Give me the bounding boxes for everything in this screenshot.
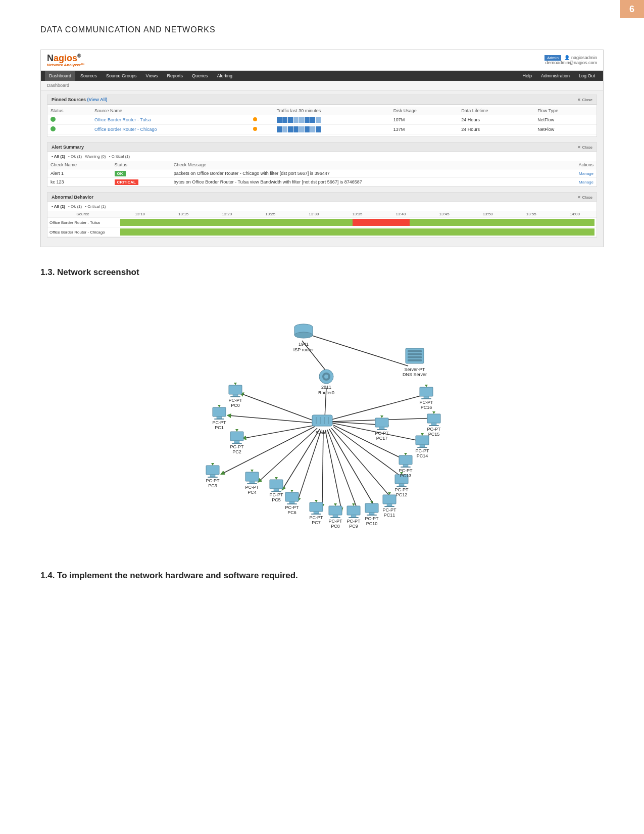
pc1-label: PC-PT <box>212 420 226 425</box>
abnormal-behavior-close[interactable]: ✕ Close <box>577 195 592 200</box>
pc2-label2: PC2 <box>232 449 241 454</box>
nav-dashboard[interactable]: Dashboard <box>45 71 75 81</box>
source-cell: Office Border Router - Tulsa <box>47 218 118 227</box>
nav-queries[interactable]: Queries <box>188 71 212 81</box>
disk-cell: 107M <box>390 115 459 125</box>
dot-cell <box>250 115 273 125</box>
router0-label: 2811 <box>321 385 331 390</box>
pc10-label2: PC10 <box>366 521 377 526</box>
svg-rect-69 <box>399 484 404 486</box>
alert-summary-close[interactable]: ✕ Close <box>577 145 592 150</box>
svg-rect-86 <box>421 398 431 399</box>
status-cell <box>47 115 91 125</box>
status-cell: CRITICAL <box>112 178 171 187</box>
nagios-user-info: Admin 👤 nagiosadmin demoadmin@nagios.com <box>544 55 597 65</box>
nav-alerting[interactable]: Alerting <box>213 71 236 81</box>
abnormal-behavior-panel: Abnormal Behavior ✕ Close • All (2) • Ok… <box>47 192 597 238</box>
filter-critical[interactable]: • Critical (1) <box>85 204 106 209</box>
svg-rect-60 <box>365 503 378 513</box>
alert-filter-bar: • All (2) • Ok (1) Warning (0) • Critica… <box>47 152 597 161</box>
svg-rect-72 <box>399 455 412 465</box>
pc3-icon <box>206 463 219 478</box>
pc6-icon <box>285 490 299 504</box>
svg-rect-58 <box>349 517 359 518</box>
svg-marker-23 <box>234 383 237 385</box>
traffic-blocks <box>277 117 387 123</box>
user-email: demoadmin@nagios.com <box>546 60 597 65</box>
isp-router-label: 1941 <box>298 342 308 347</box>
pc7-label: PC-PT <box>309 515 323 520</box>
pinned-sources-header: Pinned Sources (View All) ✕ Close <box>47 95 597 105</box>
status-critical-badge: CRITICAL <box>115 179 138 185</box>
col-status: Status <box>112 161 171 169</box>
pc17-icon <box>375 415 388 430</box>
message-cell: bytes on Office Border Router - Tulsa vi… <box>171 178 555 187</box>
filter-all[interactable]: • All (2) <box>52 204 65 209</box>
pc7-icon <box>310 500 323 515</box>
pc0-label: PC-PT <box>228 398 242 403</box>
nagios-logo: Nagios® Network Analyzer™ <box>47 53 85 67</box>
source-link[interactable]: Office Border Router - Chicago <box>94 127 157 132</box>
nav-help[interactable]: Help <box>518 71 536 81</box>
col-check-message: Check Message <box>171 161 555 169</box>
page-title: DATA COMMUNICATION AND NETWORKS <box>40 25 604 34</box>
pc4-icon <box>245 470 259 484</box>
svg-rect-76 <box>416 436 429 445</box>
svg-rect-29 <box>234 441 239 443</box>
nav-reports[interactable]: Reports <box>163 71 187 81</box>
svg-rect-24 <box>213 407 226 416</box>
status-cell: OK <box>112 169 171 178</box>
manage-link[interactable]: Manage <box>579 180 593 184</box>
svg-rect-37 <box>250 481 255 483</box>
traffic-block <box>305 117 310 123</box>
pc4-label2: PC4 <box>247 490 257 495</box>
traffic-block <box>288 117 293 123</box>
svg-rect-26 <box>214 419 224 420</box>
flowtype-cell: NetFlow <box>534 125 597 134</box>
nagios-subtitle: Network Analyzer™ <box>47 63 85 67</box>
alert-summary-table: Check Name Status Check Message Actions … <box>47 161 597 187</box>
traffic-block <box>299 126 304 132</box>
col-empty <box>250 107 273 115</box>
svg-rect-28 <box>230 432 243 441</box>
filter-warning[interactable]: Warning (0) <box>85 154 106 159</box>
source-name-cell: Office Border Router - Tulsa <box>91 115 250 125</box>
svg-rect-80 <box>427 414 440 423</box>
pc16-label: PC-PT <box>419 400 433 405</box>
source-link[interactable]: Office Border Router - Tulsa <box>94 117 151 122</box>
connection-line <box>322 430 323 506</box>
col-1335: 13:35 <box>335 211 379 218</box>
pc15-label2: PC15 <box>428 432 439 437</box>
filter-critical[interactable]: • Critical (1) <box>109 154 130 159</box>
filter-ok[interactable]: • Ok (1) <box>68 204 82 209</box>
dns-server-icon <box>406 348 424 363</box>
alert-summary-title: Alert Summary <box>52 145 84 150</box>
pc7-label2: PC7 <box>312 520 321 525</box>
nav-source-groups[interactable]: Source Groups <box>102 71 141 81</box>
nav-views[interactable]: Views <box>142 71 162 81</box>
router0-label2: Router0 <box>318 390 334 395</box>
traffic-block <box>316 117 321 123</box>
table-header-row: Source 13:10 13:15 13:20 13:25 13:30 13:… <box>47 211 597 218</box>
filter-ok[interactable]: • Ok (1) <box>68 154 82 159</box>
table-row: Office Border Router - Chicago <box>47 227 597 237</box>
nav-logout[interactable]: Log Out <box>575 71 599 81</box>
table-row: kc 123 CRITICAL bytes on Office Border R… <box>47 178 597 187</box>
nav-administration[interactable]: Administration <box>537 71 574 81</box>
pc17-label2: PC17 <box>376 436 387 441</box>
pinned-sources-close[interactable]: ✕ Close <box>577 98 592 102</box>
svg-rect-32 <box>206 466 219 475</box>
pc6-label2: PC6 <box>287 510 296 515</box>
source-name-cell: Office Border Router - Chicago <box>91 125 250 134</box>
traffic-block <box>305 126 310 132</box>
pc17-label: PC-PT <box>375 431 389 436</box>
svg-rect-82 <box>429 425 439 426</box>
filter-all[interactable]: • All (2) <box>52 154 65 159</box>
view-all-link[interactable]: (View All) <box>87 97 108 102</box>
col-status: Status <box>47 107 91 115</box>
page-number: 6 <box>620 0 644 18</box>
pc11-label: PC-PT <box>382 507 397 513</box>
manage-link[interactable]: Manage <box>579 171 593 176</box>
nav-sources[interactable]: Sources <box>76 71 101 81</box>
behavior-bar-cell <box>118 218 597 227</box>
